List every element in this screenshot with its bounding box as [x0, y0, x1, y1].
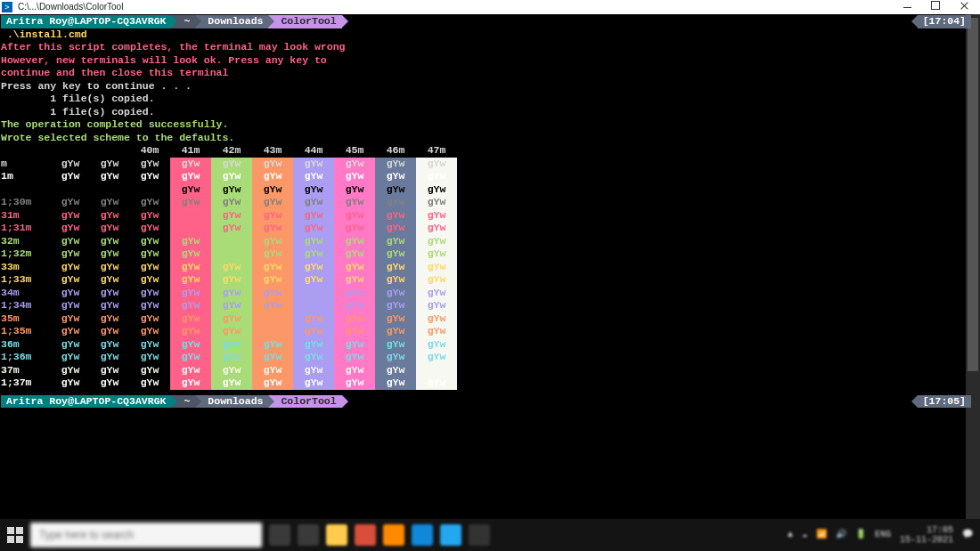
vscode-icon[interactable]	[440, 524, 461, 546]
maximize-button[interactable]	[921, 1, 950, 14]
out-line-7: The operation completed successfully.	[1, 118, 980, 132]
color-row-label-1m: 1m	[1, 170, 51, 183]
color-cell: gYw	[170, 351, 211, 364]
color-cell: gYw	[51, 170, 90, 183]
explorer-icon[interactable]	[326, 524, 347, 546]
color-cell: gYw	[51, 273, 90, 287]
color-cell: gYw	[334, 351, 375, 364]
color-cell: gYw	[129, 299, 170, 312]
color-cell: gYw	[211, 351, 252, 364]
tray-clock[interactable]: 17:05 15-11-2021	[900, 525, 953, 545]
color-cell: gYw	[334, 377, 375, 390]
color-cell: gYw	[129, 247, 170, 261]
color-cell: gYw	[375, 364, 416, 377]
color-cell: gYw	[416, 377, 457, 390]
cortana-icon[interactable]	[269, 524, 290, 546]
color-test-table: 40m41m42m43m44m45m46m47mmgYwgYwgYwgYwgYw…	[1, 144, 980, 390]
color-cell: gYw	[293, 338, 334, 352]
color-cell: gYw	[334, 247, 375, 261]
color-cell: gYw	[170, 158, 211, 171]
color-cell: gYw	[90, 351, 129, 364]
color-cell: gYw	[211, 338, 252, 352]
color-header-41m: 41m	[170, 144, 211, 158]
start-button[interactable]	[7, 527, 23, 543]
tray-wifi-icon[interactable]: 📶	[816, 529, 827, 542]
color-cell: gYw	[129, 312, 170, 326]
color-cell: gYw	[170, 273, 211, 287]
color-cell: gYw	[252, 196, 293, 209]
color-cell: gYw	[334, 170, 375, 183]
tray-cloud-icon[interactable]: ☁	[802, 529, 807, 542]
color-cell: gYw	[170, 338, 211, 352]
color-cell: gYw	[170, 196, 211, 209]
color-cell: gYw	[211, 261, 252, 274]
terminal-icon[interactable]	[469, 524, 490, 546]
color-row-label-32m: 32m	[1, 235, 51, 248]
color-cell: gYw	[416, 287, 457, 300]
color-cell: gYw	[252, 299, 293, 312]
color-cell: gYw	[51, 299, 90, 312]
color-cell: gYw	[211, 183, 252, 197]
color-row-label-1;36m: 1;36m	[1, 351, 51, 364]
color-cell: gYw	[334, 209, 375, 223]
color-row-label-31m: 31m	[1, 209, 51, 223]
taskbar[interactable]: ▲ ☁ 📶 🔊 🔋 ENG 17:05 15-11-2021 💬	[0, 519, 980, 551]
color-cell: gYw	[211, 273, 252, 287]
color-cell: gYw	[416, 325, 457, 338]
tray-volume-icon[interactable]: 🔊	[836, 529, 846, 542]
color-cell: gYw	[334, 325, 375, 338]
color-cell: gYw	[293, 209, 334, 223]
color-cell: gYw	[416, 196, 457, 209]
scrollbar-thumb[interactable]	[968, 18, 978, 371]
color-cell: gYw	[129, 273, 170, 287]
color-cell: gYw	[51, 183, 90, 197]
system-tray[interactable]: ▲ ☁ 📶 🔊 🔋 ENG 17:05 15-11-2021 💬	[788, 525, 973, 545]
color-row-label-1;32m: 1;32m	[1, 247, 51, 261]
color-cell: gYw	[416, 235, 457, 248]
color-row-label-1;30m: 1;30m	[1, 196, 51, 209]
color-cell: gYw	[211, 247, 252, 261]
tray-battery-icon[interactable]: 🔋	[855, 529, 866, 542]
out-line-8: Wrote selected scheme to the defaults.	[1, 132, 980, 145]
vertical-scrollbar[interactable]	[966, 14, 980, 519]
color-cell: gYw	[211, 299, 252, 312]
color-cell: gYw	[129, 325, 170, 338]
color-cell: gYw	[170, 364, 211, 377]
color-cell: gYw	[170, 287, 211, 300]
color-cell: gYw	[90, 158, 129, 171]
color-cell: gYw	[416, 338, 457, 352]
color-cell: gYw	[90, 196, 129, 209]
color-cell: gYw	[252, 209, 293, 223]
chrome-icon[interactable]	[355, 524, 376, 546]
color-cell: gYw	[51, 235, 90, 248]
color-cell: gYw	[90, 247, 129, 261]
color-cell: gYw	[375, 196, 416, 209]
tray-notifications-icon[interactable]: 💬	[962, 529, 973, 542]
prompt-line-2: Aritra Roy@LAPTOP-CQ3AVRGK ~ Downloads C…	[1, 395, 980, 409]
minimize-button[interactable]	[893, 1, 921, 14]
color-row-label-1;33m: 1;33m	[1, 273, 51, 287]
color-cell: gYw	[211, 158, 252, 171]
color-cell: gYw	[51, 261, 90, 274]
tray-overflow-icon[interactable]: ▲	[788, 529, 793, 542]
taskbar-search-input[interactable]	[30, 523, 262, 547]
color-cell: gYw	[129, 351, 170, 364]
color-cell: gYw	[170, 325, 211, 338]
prompt-time-1: [17:04]	[918, 15, 971, 28]
color-cell: gYw	[416, 247, 457, 261]
edge-icon[interactable]	[412, 524, 433, 546]
firefox-icon[interactable]	[383, 524, 404, 546]
color-cell: gYw	[416, 299, 457, 312]
terminal-viewport[interactable]: Aritra Roy@LAPTOP-CQ3AVRGK ~ Downloads C…	[0, 14, 980, 519]
color-row-label-33m: 33m	[1, 261, 51, 274]
color-cell: gYw	[375, 377, 416, 390]
color-cell: gYw	[129, 183, 170, 197]
color-header-44m: 44m	[293, 144, 334, 158]
tray-lang-icon[interactable]: ENG	[875, 529, 891, 542]
close-button[interactable]	[950, 1, 978, 14]
color-cell: gYw	[334, 158, 375, 171]
color-cell: gYw	[293, 222, 334, 235]
taskview-icon[interactable]	[298, 524, 319, 546]
color-cell: gYw	[375, 273, 416, 287]
color-cell: gYw	[334, 222, 375, 235]
